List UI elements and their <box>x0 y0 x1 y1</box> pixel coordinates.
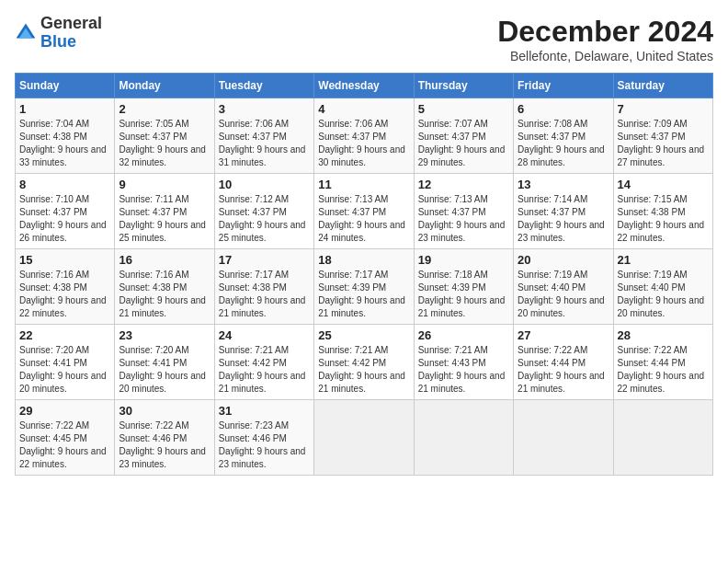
sunset: Sunset: 4:37 PM <box>418 132 486 142</box>
calendar-cell: 22 Sunrise: 7:20 AM Sunset: 4:41 PM Dayl… <box>16 325 115 400</box>
day-info: Sunrise: 7:19 AM Sunset: 4:40 PM Dayligh… <box>518 269 609 320</box>
header-wednesday: Wednesday <box>314 74 414 98</box>
day-number: 23 <box>119 328 210 342</box>
day-info: Sunrise: 7:14 AM Sunset: 4:37 PM Dayligh… <box>518 193 609 245</box>
day-info: Sunrise: 7:22 AM Sunset: 4:46 PM Dayligh… <box>119 419 210 471</box>
calendar-cell: 18 Sunrise: 7:17 AM Sunset: 4:39 PM Dayl… <box>314 249 414 325</box>
sunrise: Sunrise: 7:16 AM <box>119 270 188 280</box>
calendar-table: SundayMondayTuesdayWednesdayThursdayFrid… <box>15 73 713 476</box>
calendar-cell: 11 Sunrise: 7:13 AM Sunset: 4:37 PM Dayl… <box>314 174 414 249</box>
sunrise: Sunrise: 7:17 AM <box>318 270 388 280</box>
daylight: Daylight: 9 hours and 20 minutes. <box>518 295 605 318</box>
daylight: Daylight: 9 hours and 20 minutes. <box>119 371 206 394</box>
day-info: Sunrise: 7:22 AM Sunset: 4:44 PM Dayligh… <box>518 344 609 396</box>
sunset: Sunset: 4:37 PM <box>119 132 187 142</box>
logo-icon <box>15 22 37 44</box>
daylight: Daylight: 9 hours and 22 minutes. <box>19 446 107 469</box>
day-info: Sunrise: 7:23 AM Sunset: 4:46 PM Dayligh… <box>219 419 310 471</box>
calendar-cell: 24 Sunrise: 7:21 AM Sunset: 4:42 PM Dayl… <box>214 325 313 400</box>
day-number: 30 <box>119 404 210 418</box>
calendar-cell: 31 Sunrise: 7:23 AM Sunset: 4:46 PM Dayl… <box>214 400 313 476</box>
calendar-subtitle: Bellefonte, Delaware, United States <box>497 49 713 63</box>
sunset: Sunset: 4:37 PM <box>418 207 486 217</box>
sunset: Sunset: 4:43 PM <box>418 358 486 368</box>
calendar-cell <box>514 400 613 476</box>
sunrise: Sunrise: 7:22 AM <box>518 345 587 355</box>
sunset: Sunset: 4:46 PM <box>219 433 287 443</box>
sunrise: Sunrise: 7:21 AM <box>418 345 488 355</box>
day-number: 5 <box>418 102 509 116</box>
day-number: 27 <box>518 328 609 342</box>
page-header: General Blue December 2024 Bellefonte, D… <box>15 15 713 63</box>
day-info: Sunrise: 7:07 AM Sunset: 4:37 PM Dayligh… <box>418 118 509 169</box>
daylight: Daylight: 9 hours and 21 minutes. <box>219 371 306 394</box>
day-info: Sunrise: 7:17 AM Sunset: 4:38 PM Dayligh… <box>219 269 310 320</box>
daylight: Daylight: 9 hours and 30 minutes. <box>318 144 405 167</box>
sunrise: Sunrise: 7:13 AM <box>318 194 388 204</box>
day-info: Sunrise: 7:04 AM Sunset: 4:38 PM Dayligh… <box>19 118 110 169</box>
sunset: Sunset: 4:46 PM <box>119 433 187 443</box>
daylight: Daylight: 9 hours and 20 minutes. <box>618 295 705 318</box>
daylight: Daylight: 9 hours and 25 minutes. <box>119 220 206 243</box>
sunrise: Sunrise: 7:19 AM <box>518 270 587 280</box>
sunset: Sunset: 4:44 PM <box>518 358 586 368</box>
day-number: 17 <box>219 253 310 267</box>
calendar-cell: 10 Sunrise: 7:12 AM Sunset: 4:37 PM Dayl… <box>214 174 313 249</box>
sunset: Sunset: 4:42 PM <box>219 358 287 368</box>
sunrise: Sunrise: 7:20 AM <box>19 345 89 355</box>
day-number: 18 <box>318 253 409 267</box>
day-number: 2 <box>119 102 210 116</box>
day-info: Sunrise: 7:21 AM Sunset: 4:42 PM Dayligh… <box>219 344 310 396</box>
day-info: Sunrise: 7:21 AM Sunset: 4:42 PM Dayligh… <box>318 344 409 396</box>
sunset: Sunset: 4:40 PM <box>618 282 686 293</box>
day-info: Sunrise: 7:05 AM Sunset: 4:37 PM Dayligh… <box>119 118 210 169</box>
header-sunday: Sunday <box>16 74 115 98</box>
daylight: Daylight: 9 hours and 21 minutes. <box>518 371 605 394</box>
week-row-3: 15 Sunrise: 7:16 AM Sunset: 4:38 PM Dayl… <box>16 249 713 325</box>
day-info: Sunrise: 7:18 AM Sunset: 4:39 PM Dayligh… <box>418 269 509 320</box>
calendar-cell: 3 Sunrise: 7:06 AM Sunset: 4:37 PM Dayli… <box>214 98 313 174</box>
sunrise: Sunrise: 7:16 AM <box>19 270 89 280</box>
day-number: 4 <box>318 102 409 116</box>
daylight: Daylight: 9 hours and 21 minutes. <box>418 295 506 318</box>
sunset: Sunset: 4:37 PM <box>318 132 386 142</box>
calendar-cell: 12 Sunrise: 7:13 AM Sunset: 4:37 PM Dayl… <box>414 174 513 249</box>
sunset: Sunset: 4:39 PM <box>418 282 486 293</box>
calendar-cell: 21 Sunrise: 7:19 AM Sunset: 4:40 PM Dayl… <box>613 249 712 325</box>
sunrise: Sunrise: 7:14 AM <box>518 194 587 204</box>
day-number: 12 <box>418 178 509 191</box>
day-info: Sunrise: 7:15 AM Sunset: 4:38 PM Dayligh… <box>618 193 709 245</box>
day-number: 24 <box>219 328 310 342</box>
calendar-cell: 8 Sunrise: 7:10 AM Sunset: 4:37 PM Dayli… <box>16 174 115 249</box>
sunrise: Sunrise: 7:22 AM <box>19 420 89 431</box>
sunset: Sunset: 4:38 PM <box>119 282 187 293</box>
day-info: Sunrise: 7:20 AM Sunset: 4:41 PM Dayligh… <box>19 344 110 396</box>
day-number: 21 <box>618 253 709 267</box>
sunset: Sunset: 4:37 PM <box>518 207 586 217</box>
calendar-cell: 13 Sunrise: 7:14 AM Sunset: 4:37 PM Dayl… <box>514 174 613 249</box>
sunrise: Sunrise: 7:22 AM <box>119 420 188 431</box>
logo: General Blue <box>15 15 102 52</box>
daylight: Daylight: 9 hours and 22 minutes. <box>618 371 705 394</box>
day-info: Sunrise: 7:08 AM Sunset: 4:37 PM Dayligh… <box>518 118 609 169</box>
day-number: 19 <box>418 253 509 267</box>
calendar-header-row: SundayMondayTuesdayWednesdayThursdayFrid… <box>16 74 713 98</box>
daylight: Daylight: 9 hours and 21 minutes. <box>318 295 405 318</box>
sunrise: Sunrise: 7:09 AM <box>618 119 688 129</box>
daylight: Daylight: 9 hours and 24 minutes. <box>318 220 405 243</box>
sunrise: Sunrise: 7:18 AM <box>418 270 488 280</box>
calendar-cell: 15 Sunrise: 7:16 AM Sunset: 4:38 PM Dayl… <box>16 249 115 325</box>
day-info: Sunrise: 7:13 AM Sunset: 4:37 PM Dayligh… <box>318 193 409 245</box>
daylight: Daylight: 9 hours and 21 minutes. <box>318 371 405 394</box>
calendar-cell: 29 Sunrise: 7:22 AM Sunset: 4:45 PM Dayl… <box>16 400 115 476</box>
day-info: Sunrise: 7:09 AM Sunset: 4:37 PM Dayligh… <box>618 118 709 169</box>
day-info: Sunrise: 7:12 AM Sunset: 4:37 PM Dayligh… <box>219 193 310 245</box>
daylight: Daylight: 9 hours and 21 minutes. <box>119 295 206 318</box>
sunrise: Sunrise: 7:21 AM <box>219 345 289 355</box>
sunrise: Sunrise: 7:05 AM <box>119 119 188 129</box>
day-number: 6 <box>518 102 609 116</box>
day-info: Sunrise: 7:10 AM Sunset: 4:37 PM Dayligh… <box>19 193 110 245</box>
day-number: 3 <box>219 102 310 116</box>
day-info: Sunrise: 7:16 AM Sunset: 4:38 PM Dayligh… <box>19 269 110 320</box>
sunrise: Sunrise: 7:11 AM <box>119 194 188 204</box>
